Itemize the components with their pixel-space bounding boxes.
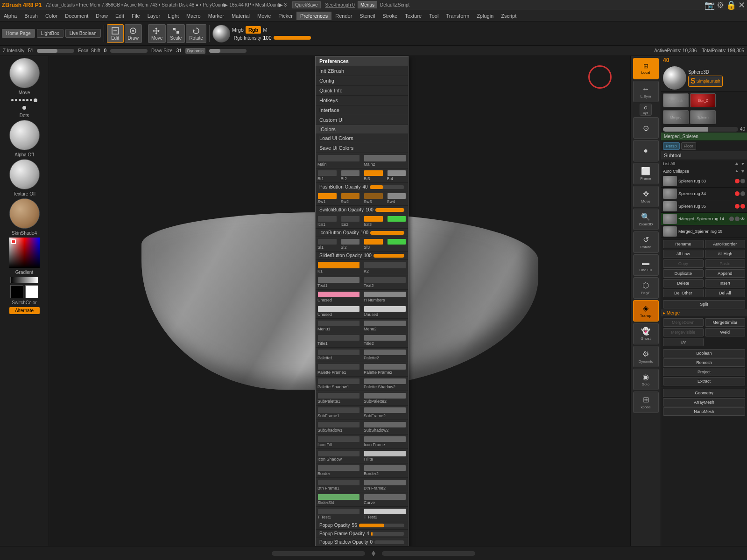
menu-light[interactable]: Light xyxy=(164,12,183,20)
t-test2-swatch[interactable]: T Test2 xyxy=(362,507,408,521)
unused3-swatch[interactable]: Unused xyxy=(362,304,408,318)
xpose-button[interactable]: ⊞ xpose xyxy=(633,392,659,413)
texture-preview[interactable] xyxy=(9,159,40,189)
alternate-button[interactable]: Alternate xyxy=(9,307,40,314)
menu-render[interactable]: Render xyxy=(331,12,356,20)
text2-swatch[interactable]: Text2 xyxy=(362,275,408,289)
copy-button[interactable]: Copy xyxy=(663,259,704,268)
bt2-swatch[interactable]: Bt2 xyxy=(339,168,362,182)
palette-shadow2-swatch[interactable]: Palette Shadow2 xyxy=(362,377,408,391)
see-through-button[interactable]: See-through 0 xyxy=(325,2,355,7)
rotate-button[interactable]: Rotate xyxy=(186,24,206,43)
dynamic-button[interactable]: Dynamic xyxy=(185,48,205,54)
script-button[interactable]: DefaultZScript xyxy=(380,2,409,7)
border2-swatch[interactable]: Border2 xyxy=(362,463,408,477)
palette1-swatch[interactable]: Palette1 xyxy=(316,348,362,362)
horizontal-scrollbar2[interactable] xyxy=(382,551,475,556)
save-colors-button[interactable]: Save Ui Colors xyxy=(316,143,408,153)
menu-material[interactable]: Material xyxy=(228,12,254,20)
brush-ball[interactable] xyxy=(9,58,40,88)
switchbutton-opacity-row[interactable]: SwitchButton Opacity 100 xyxy=(316,206,408,214)
menu-transform[interactable]: Transform xyxy=(442,12,473,20)
menus-button[interactable]: Menus xyxy=(358,1,377,8)
k1-swatch[interactable]: K1 xyxy=(316,260,362,275)
btn-frame2-swatch[interactable]: Btn Frame2 xyxy=(362,478,408,492)
hmembers-swatch[interactable]: H Numbers xyxy=(362,290,408,304)
rgb-button[interactable]: Rgb xyxy=(246,26,261,34)
subtool-row-15[interactable]: Merged_Spieren rug 15 xyxy=(661,225,747,238)
line-fill-button[interactable]: ▬ Line Fill xyxy=(633,254,659,276)
switchbutton-opacity-slider[interactable] xyxy=(375,208,404,212)
sw4-swatch[interactable]: Sw4 xyxy=(385,191,409,205)
slider-slit-swatch[interactable]: SliderSlit xyxy=(316,492,362,506)
skin-zsphere-thumb[interactable]: Skin_Z xyxy=(690,93,716,107)
btn-frame1-swatch[interactable]: Btn Frame1 xyxy=(316,478,362,492)
switch-color-label[interactable]: SwitchColor xyxy=(12,300,36,305)
hilite-swatch[interactable]: Hilite xyxy=(362,449,408,463)
subtool-eye-14[interactable]: 👁 xyxy=(740,217,745,222)
menu-movie[interactable]: Movie xyxy=(254,12,275,20)
focal-shift-slider[interactable] xyxy=(110,49,148,53)
lightbox-button[interactable]: LightBox xyxy=(37,29,63,38)
alpha-preview[interactable] xyxy=(9,120,40,150)
menu-zplugin[interactable]: Zplugin xyxy=(473,12,497,20)
menu2-swatch[interactable]: Menu2 xyxy=(362,319,408,333)
icn3b-swatch[interactable] xyxy=(385,214,409,228)
draw-button[interactable]: Draw xyxy=(125,24,142,43)
subframe2-swatch[interactable]: SubFrame2 xyxy=(362,406,408,420)
subshadow1-swatch[interactable]: SubShadow1 xyxy=(316,420,362,434)
text1-swatch[interactable]: Text1 xyxy=(316,275,362,289)
menu-preferences[interactable]: Preferences xyxy=(296,12,331,20)
bt1-swatch[interactable]: Bt1 xyxy=(316,168,339,182)
menu-layer[interactable]: Layer xyxy=(144,12,164,20)
z-intensity-slider[interactable] xyxy=(37,49,74,53)
uv-button[interactable]: Uv xyxy=(663,338,704,346)
sl3b-swatch[interactable] xyxy=(385,237,409,251)
delete-button[interactable]: Delete xyxy=(663,279,704,287)
auto-collapse-label[interactable]: Auto Collapse xyxy=(663,169,733,174)
palette-frame2-swatch[interactable]: Palette Frame2 xyxy=(362,362,408,376)
xyz-button[interactable]: Q xyz xyxy=(640,104,652,116)
icon-shadow-swatch[interactable]: Icon Shadow xyxy=(316,449,362,463)
menu-tool[interactable]: Tool xyxy=(425,12,442,20)
auto-collapse-arrow[interactable] xyxy=(734,169,739,174)
palette-frame1-swatch[interactable]: Palette Frame1 xyxy=(316,362,362,376)
homepage-button[interactable]: Home Page xyxy=(2,29,35,38)
move-3d-button[interactable]: ✥ Move xyxy=(633,186,659,207)
color-picker[interactable] xyxy=(9,238,40,268)
subframe1-swatch[interactable]: SubFrame1 xyxy=(316,406,362,420)
merged-spieren-thumb[interactable]: Spieren xyxy=(690,110,716,124)
popup-opacity-slider[interactable] xyxy=(359,524,404,527)
merge-header[interactable]: ▸ Merge xyxy=(661,309,747,316)
all-high-button[interactable]: All High xyxy=(705,250,746,258)
zoom3d-button[interactable]: 🔍 Zoom3D xyxy=(633,209,659,230)
draw-size-slider[interactable] xyxy=(209,49,247,53)
viewport[interactable]: Preferences Init ZBrush Config Quick Inf… xyxy=(49,56,630,546)
brush-label[interactable]: Move xyxy=(19,90,30,95)
sl3-swatch[interactable]: Sl3 xyxy=(362,237,385,251)
lsym-button[interactable]: ↔ L.Sym xyxy=(633,81,659,102)
subtool-dot2-34[interactable] xyxy=(740,191,745,196)
floor-button[interactable]: Floor xyxy=(681,142,697,150)
subshadow2-swatch[interactable]: SubShadow2 xyxy=(362,420,408,434)
icon-frame-swatch[interactable]: Icon Frame xyxy=(362,434,408,448)
unused2-swatch[interactable]: Unused xyxy=(316,304,362,318)
subpalette2-swatch[interactable]: SubPalette2 xyxy=(362,391,408,405)
autoreorder-button[interactable]: AutoReorder xyxy=(705,240,746,248)
rp-slider[interactable] xyxy=(663,127,738,132)
menu-edit[interactable]: Edit xyxy=(112,12,128,20)
frame-button[interactable]: ⬜ Frame xyxy=(633,163,659,184)
icn3-swatch[interactable]: Icn3 xyxy=(362,214,385,228)
subtool-row-34[interactable]: Spieren rug 34 xyxy=(661,188,747,200)
sw2-swatch[interactable]: Sw2 xyxy=(339,191,362,205)
auto-collapse-arrow2[interactable] xyxy=(740,169,745,174)
transp-button[interactable]: ◈ Transp xyxy=(633,300,659,322)
persp-button[interactable]: Persp xyxy=(663,142,680,150)
polyf-button[interactable]: ⬡ PolyF xyxy=(633,277,659,299)
sliderbutton-opacity-row[interactable]: SliderButton Opacity 100 xyxy=(316,252,408,260)
subtool-row-14[interactable]: *Merged_Spieren rug 14 👁 xyxy=(661,213,747,225)
simple-brush-button[interactable]: S SimpleBrush xyxy=(688,76,723,87)
border-swatch[interactable]: Border xyxy=(316,463,362,477)
subpalette1-swatch[interactable]: SubPalette1 xyxy=(316,391,362,405)
split-button[interactable]: Split xyxy=(663,300,745,308)
